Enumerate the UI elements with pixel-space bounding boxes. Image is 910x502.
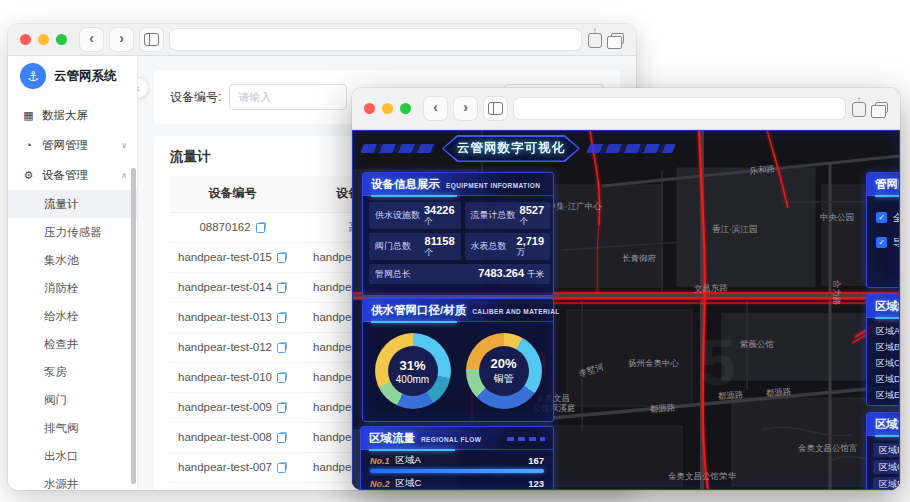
device-id-input[interactable] <box>229 84 347 110</box>
map-label: 扬州金奥中心 <box>628 358 680 368</box>
sidebar-subitem-阀门[interactable]: 阀门 <box>8 386 137 414</box>
browser-toolbar: ‹ › ↑ <box>8 24 636 56</box>
copy-icon[interactable] <box>277 432 287 443</box>
stat-value: 8527个 <box>520 205 544 225</box>
tabs-icon[interactable] <box>875 102 888 113</box>
panel-title: 区域流速 <box>875 417 900 432</box>
device-id-text: handpear-test-014 <box>178 281 272 293</box>
panel-subtitle: REGIONAL FLOW <box>421 436 481 443</box>
map-label: 长青御府 <box>622 253 657 263</box>
dashboard-title-badge: 云管网数字可视化 <box>442 135 580 162</box>
sidebar-subitem-水源井[interactable]: 水源井 <box>8 470 137 490</box>
sidebar-subitem-出水口[interactable]: 出水口 <box>8 442 137 470</box>
stat-value: 34226个 <box>424 205 455 225</box>
flow-region-name: 区域A <box>396 454 421 467</box>
device-id-cell: handpear-test-009 <box>170 392 295 422</box>
flow-row: No.2区域C123 <box>370 476 544 490</box>
copy-icon[interactable] <box>277 462 287 473</box>
legend-label: 区域E <box>876 389 900 402</box>
sidebar-scrollbar[interactable] <box>131 168 136 484</box>
flow-row: No.1区域A167 <box>370 453 544 468</box>
app-title: 云管网系统 <box>54 68 117 85</box>
sidebar-subitem-检查井[interactable]: 检查井 <box>8 330 137 358</box>
minimize-window-icon[interactable] <box>382 103 393 114</box>
share-arrow-icon: ↑ <box>857 94 862 105</box>
stat-unit: 个 <box>520 217 544 226</box>
sidebar-menu: ▦数据大屏◔管网管理∨⚙设备管理∧流量计压力传感器集水池消防栓给水栓检查井泵房阀… <box>8 96 137 490</box>
maximize-window-icon[interactable] <box>400 103 411 114</box>
sidebar-collapse-button[interactable]: ‹ <box>138 78 148 98</box>
sidebar-subitem-流量计[interactable]: 流量计 <box>8 190 137 218</box>
stat-value: 7483.264千米 <box>478 268 544 280</box>
copy-icon[interactable] <box>277 312 287 323</box>
flow-rank: No.2 <box>370 479 390 489</box>
device-icon: ⚙ <box>22 169 35 182</box>
close-window-icon[interactable] <box>20 34 31 45</box>
map-label: 金奥文昌公馆荣华 <box>668 471 737 481</box>
device-id-text: handpear-test-009 <box>178 401 272 413</box>
panel-title: 供水管网口径/材质 <box>371 303 466 318</box>
sidebar-subitem-排气阀[interactable]: 排气阀 <box>8 414 137 442</box>
sidebar-subitem-消防栓[interactable]: 消防栓 <box>8 274 137 302</box>
back-button[interactable]: ‹ <box>80 28 103 51</box>
gis-dashboard: 乐和路中集·江广中心中央公园香江·滨江园长青御府文昌东路合力路紫薇公馆扬州金奥中… <box>352 130 900 490</box>
share-icon[interactable]: ↑ <box>852 102 866 117</box>
sidebar-subitem-集水池[interactable]: 集水池 <box>8 246 137 274</box>
pipe-layers-panel: 管网图层 ✓全选✓导入 <box>866 172 900 288</box>
region-speed-panel: 区域流速 区域B区域C区域D区域E <box>866 412 900 490</box>
dashboard-title: 云管网数字可视化 <box>457 140 565 157</box>
copy-icon[interactable] <box>277 342 287 353</box>
device-id-cell: 08870162 <box>170 212 295 242</box>
speed-row: 区域B <box>873 443 900 457</box>
panel-title: 管网图层 <box>875 177 900 192</box>
donut-center: 20%铜管 <box>479 346 529 396</box>
tab-overview-button[interactable] <box>484 97 507 120</box>
stat-value: 81158个 <box>425 236 455 256</box>
sidebar-subitem-给水栓[interactable]: 给水栓 <box>8 302 137 330</box>
donut-center: 31%400mm <box>388 346 438 396</box>
panel-subtitle: CALIBER AND MATERIAL <box>472 308 559 315</box>
copy-icon[interactable] <box>256 222 266 233</box>
layer-checkbox-row: ✓导入 <box>876 230 900 255</box>
close-window-icon[interactable] <box>364 103 375 114</box>
tab-overview-button[interactable] <box>140 28 163 51</box>
sidebar-item-label: 管网管理 <box>42 138 88 153</box>
checkbox-checked[interactable]: ✓ <box>876 237 887 248</box>
forward-button[interactable]: › <box>454 97 477 120</box>
legend-label: 区域C <box>876 357 900 370</box>
share-icon[interactable]: ↑ <box>588 33 602 48</box>
flow-bar-track <box>370 469 544 473</box>
dashboard-header: 云管网数字可视化 <box>352 134 900 164</box>
forward-button[interactable]: › <box>110 28 133 51</box>
minimize-window-icon[interactable] <box>38 34 49 45</box>
legend-row: 区域E <box>876 387 900 403</box>
copy-icon[interactable] <box>277 372 287 383</box>
device-id-text: handpear-test-008 <box>178 431 272 443</box>
address-bar[interactable] <box>170 29 581 50</box>
copy-icon[interactable] <box>277 282 287 293</box>
stat-unit: 个 <box>424 217 455 226</box>
donut-percent: 31% <box>399 358 425 373</box>
panel-title: 区域统计 <box>875 299 900 314</box>
map-label: 香江·滨江园 <box>712 224 757 234</box>
sidebar-subitem-泵房[interactable]: 泵房 <box>8 358 137 386</box>
tabs-icon[interactable] <box>611 33 624 44</box>
app-logo-icon: ⚓ <box>20 63 46 89</box>
sidebar-subitem-压力传感器[interactable]: 压力传感器 <box>8 218 137 246</box>
sidebar-item-设备管理[interactable]: ⚙设备管理∧ <box>8 160 137 190</box>
address-bar[interactable] <box>514 98 845 119</box>
equipment-info-panel: 设备信息展示 EQUIPMENT INFORMATION 供水设施数34226个… <box>362 172 554 296</box>
copy-icon[interactable] <box>277 402 287 413</box>
tab-overview-icon <box>488 102 503 115</box>
sidebar-item-管网管理[interactable]: ◔管网管理∨ <box>8 130 137 160</box>
maximize-window-icon[interactable] <box>56 34 67 45</box>
traffic-lights <box>20 34 67 45</box>
stat-label: 水表总数 <box>471 240 507 253</box>
legend-row: 区域C <box>876 355 900 371</box>
copy-icon[interactable] <box>277 252 287 263</box>
stat-label: 管网总长 <box>375 268 411 281</box>
flow-rank: No.1 <box>370 456 390 466</box>
sidebar-item-数据大屏[interactable]: ▦数据大屏 <box>8 100 137 130</box>
back-button[interactable]: ‹ <box>424 97 447 120</box>
checkbox-checked[interactable]: ✓ <box>876 212 887 223</box>
